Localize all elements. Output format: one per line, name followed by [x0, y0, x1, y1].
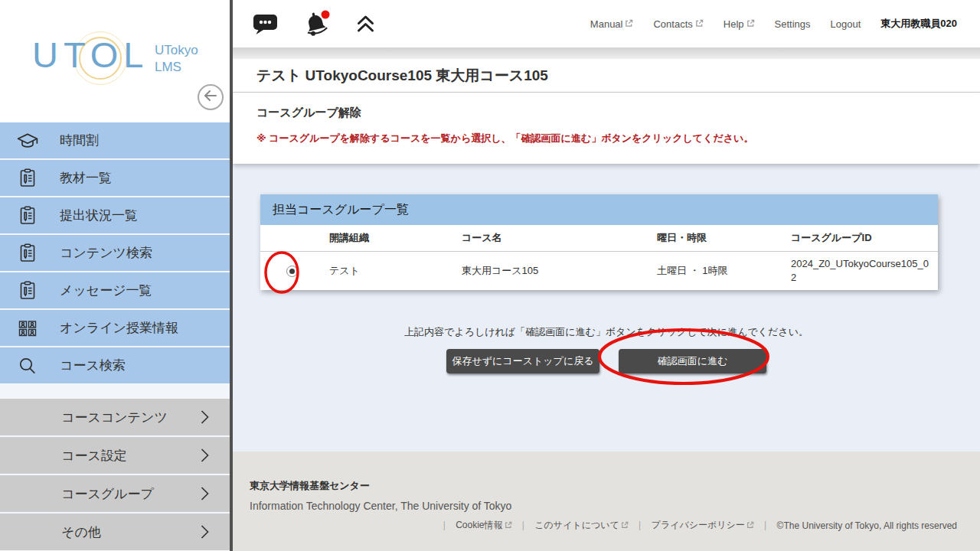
sidebar-group-divider	[0, 385, 230, 399]
logout-link[interactable]: Logout	[831, 18, 861, 30]
sidebar-secondary-menu: コースコンテンツ コース設定 コースグループ その他	[0, 399, 230, 550]
footer-links: ｜ Cookie情報 ｜ このサイトについて ｜ プライバシーポリシー ｜ ©T…	[250, 519, 957, 532]
chevron-right-icon	[200, 524, 210, 543]
sidebar-item-submission-status[interactable]: 提出状況一覧	[0, 197, 230, 233]
back-to-course-top-button[interactable]: 保存せずにコーストップに戻る	[446, 349, 599, 373]
utol-logo: UTOL	[32, 34, 149, 76]
cell-course-name: 東大用コース105	[462, 251, 657, 290]
privacy-policy-link[interactable]: プライバシーポリシー	[652, 519, 754, 532]
chevron-right-icon	[200, 409, 210, 428]
sidebar-item-course-search[interactable]: コース検索	[0, 347, 230, 383]
sidebar-item-online-class-info[interactable]: オンライン授業情報	[0, 310, 230, 346]
sidebar-item-label: 教材一覧	[60, 169, 112, 187]
sidebar-item-materials[interactable]: 教材一覧	[0, 160, 230, 196]
sidebar-item-messages[interactable]: メッセージ一覧	[0, 272, 230, 308]
sidebar-item-timetable[interactable]: 時間割	[0, 122, 230, 158]
sidebar-item-content-search[interactable]: コンテンツ検索	[0, 235, 230, 271]
cell-schedule: 土曜日 ・ 1時限	[657, 251, 791, 290]
confirm-instruction-text: 上記内容でよろしければ「確認画面に進む」ボタンをクリックして次に進んでください。	[233, 325, 980, 339]
logo-area: UTOL UTokyo LMS	[0, 0, 230, 122]
instruction-note: ※ コースグループを解除するコースを一覧から選択し、「確認画面に進む」ボタンをク…	[256, 132, 956, 145]
sidebar-item-label: 提出状況一覧	[60, 207, 138, 224]
page-title: テスト UTokyoCourse105 東大用コース105	[256, 66, 548, 86]
chevron-right-icon	[200, 486, 210, 504]
footer-copyright: ©The University of Tokyo, All rights res…	[777, 520, 957, 531]
graduation-cap-icon	[15, 131, 41, 151]
section-title: コースグループ解除	[256, 106, 956, 120]
section-header: コースグループ解除 ※ コースグループを解除するコースを一覧から選択し、「確認画…	[233, 93, 980, 164]
online-class-icon	[15, 318, 41, 338]
clipboard-icon	[15, 206, 41, 226]
about-site-link[interactable]: このサイトについて	[534, 519, 629, 532]
table-title-bar: 担当コースグループ一覧	[260, 194, 938, 225]
sidebar-item-label: コースコンテンツ	[61, 409, 168, 426]
contacts-link[interactable]: Contacts	[653, 18, 703, 30]
radio-column-header	[260, 225, 329, 251]
sidebar-item-course-group[interactable]: コースグループ	[0, 475, 230, 512]
action-buttons: 保存せずにコーストップに戻る 確認画面に進む	[233, 349, 980, 373]
topbar-links: Manual Contacts Help Settings Logout 東	[590, 17, 957, 31]
current-user-name: 東大用教職員020	[880, 17, 957, 31]
collapse-header-chevrons-icon[interactable]	[355, 14, 376, 34]
sidebar-item-others[interactable]: その他	[0, 514, 230, 550]
sidebar-item-label: メッセージ一覧	[60, 282, 152, 299]
table-header-row: 開講組織 コース名 曜日・時限 コースグループID	[260, 225, 938, 251]
course-title-band: テスト UTokyoCourse105 東大用コース105	[233, 59, 980, 93]
column-header-course: コース名	[462, 225, 657, 251]
manual-link[interactable]: Manual	[590, 18, 634, 30]
left-arrow-icon	[204, 90, 217, 104]
sidebar-collapse-button[interactable]	[198, 84, 224, 110]
clipboard-icon	[15, 281, 41, 301]
sidebar-item-label: コース検索	[60, 357, 126, 374]
sidebar-item-label: 時間割	[60, 132, 99, 149]
sidebar-item-label: その他	[61, 523, 101, 541]
external-link-icon	[746, 18, 755, 30]
column-header-schedule: 曜日・時限	[657, 225, 791, 251]
sidebar-item-course-contents[interactable]: コースコンテンツ	[0, 399, 230, 435]
course-group-table: 担当コースグループ一覧 開講組織 コース名 曜日・時限 コースグループID	[260, 194, 938, 290]
table-row: テスト 東大用コース105 土曜日 ・ 1時限 2024_Z0_UTokyoCo…	[260, 251, 938, 290]
sidebar-item-label: コースグループ	[61, 485, 154, 503]
external-link-icon	[625, 18, 633, 30]
column-header-group-id: コースグループID	[791, 225, 938, 251]
header-shadow-strip	[233, 47, 980, 59]
external-link-icon	[505, 520, 512, 531]
chevron-right-icon	[200, 448, 210, 466]
notification-badge	[322, 11, 330, 19]
cookie-info-link[interactable]: Cookie情報	[456, 519, 511, 532]
course-select-radio[interactable]	[286, 266, 298, 277]
main-area: Manual Contacts Help Settings Logout 東	[230, 0, 980, 551]
clipboard-icon	[15, 243, 41, 263]
cell-course-group-id: 2024_Z0_UTokyoCourse105_02	[791, 251, 938, 290]
sidebar-item-label: コンテンツ検索	[60, 244, 152, 262]
external-link-icon	[746, 520, 754, 531]
proceed-to-confirm-button[interactable]: 確認画面に進む	[619, 349, 766, 373]
cell-org: テスト	[329, 251, 462, 290]
messages-icon[interactable]	[253, 13, 279, 35]
settings-link[interactable]: Settings	[775, 18, 811, 30]
notifications-bell-icon[interactable]	[302, 8, 332, 39]
column-header-org: 開講組織	[329, 225, 462, 251]
utol-lms-app: UTOL UTokyo LMS 時間割 教	[0, 0, 980, 551]
external-link-icon	[695, 18, 704, 30]
sidebar-item-label: コース設定	[61, 447, 127, 465]
sidebar-primary-menu: 時間割 教材一覧 提出状況一覧 コンテンツ検索	[0, 122, 230, 383]
help-link[interactable]: Help	[724, 18, 755, 30]
top-bar: Manual Contacts Help Settings Logout 東	[233, 0, 980, 47]
content-area: 担当コースグループ一覧 開講組織 コース名 曜日・時限 コースグループID	[233, 164, 980, 373]
sidebar-item-course-settings[interactable]: コース設定	[0, 437, 230, 474]
sidebar: UTOL UTokyo LMS 時間割 教	[0, 0, 230, 551]
sidebar-item-label: オンライン授業情報	[60, 319, 178, 337]
clipboard-icon	[15, 168, 41, 188]
footer-org-japanese: 東京大学情報基盤センター	[250, 479, 957, 493]
search-icon	[15, 356, 41, 376]
external-link-icon	[621, 520, 629, 531]
footer-org-english: Information Technology Center, The Unive…	[250, 500, 957, 512]
topbar-icon-group	[253, 8, 376, 39]
utol-logo-subtext: UTokyo LMS	[155, 42, 198, 76]
footer: 東京大学情報基盤センター Information Technology Cent…	[233, 452, 980, 551]
